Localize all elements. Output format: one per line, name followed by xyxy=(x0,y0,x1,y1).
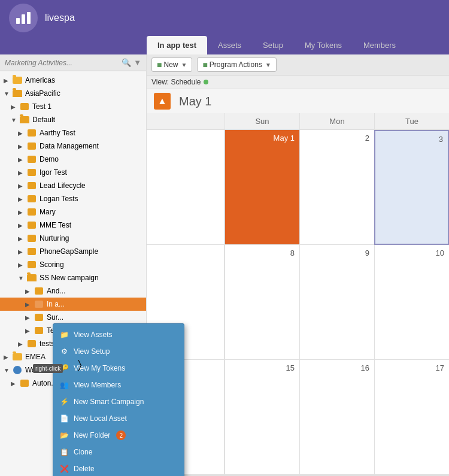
tree-item-sur[interactable]: ▶ Sur... xyxy=(0,311,146,324)
context-item-view-assets[interactable]: 📁 View Assets xyxy=(53,326,184,343)
cal-date: 16 xyxy=(302,362,372,374)
context-item-view-members[interactable]: 👥 View Members xyxy=(53,377,184,393)
expand-icon: ▶ xyxy=(11,380,19,387)
tree-item-ss-new[interactable]: ▼ SS New campaign xyxy=(0,271,146,284)
context-label: View My Tokens xyxy=(74,364,125,372)
program-actions-label: Program Actions xyxy=(210,60,262,69)
view-label-bar: View: Schedule xyxy=(147,75,449,89)
folder-open-icon xyxy=(26,273,37,283)
week-label-1 xyxy=(147,130,224,245)
cal-header-sun: Sun xyxy=(224,113,299,129)
cal-cell-8[interactable]: 8 xyxy=(224,245,299,360)
tree-item-scoring[interactable]: ▶ Scoring xyxy=(0,258,146,271)
dropdown-arrow-icon[interactable]: ▼ xyxy=(134,58,141,67)
cal-cell-17[interactable]: 17 xyxy=(374,360,449,475)
search-icons: 🔍 ▼ xyxy=(122,58,141,67)
app-logo[interactable] xyxy=(9,4,38,32)
tab-members[interactable]: Members xyxy=(353,36,406,54)
cal-cell-2[interactable]: 2 xyxy=(299,130,374,245)
context-item-new-smart[interactable]: ⚡ New Smart Campaign xyxy=(53,393,184,410)
tab-my-tokens[interactable]: My Tokens xyxy=(294,36,353,54)
tree-item-demo[interactable]: ▶ Demo xyxy=(0,153,146,166)
cal-cell-may1[interactable]: May 1 xyxy=(224,130,299,245)
folder-icon xyxy=(12,352,23,362)
context-item-view-tokens[interactable]: 🔑 View My Tokens xyxy=(53,360,184,377)
expand-icon: ▶ xyxy=(18,196,26,202)
search-input[interactable] xyxy=(5,59,122,67)
actions-icon: ■ xyxy=(202,60,207,69)
campaign-icon xyxy=(19,102,30,111)
tree-item-igor[interactable]: ▶ Igor Test xyxy=(0,166,146,179)
expand-icon: ▼ xyxy=(18,275,26,281)
tree-label: And... xyxy=(47,287,65,295)
tab-bar: In app test Assets Setup My Tokens Membe… xyxy=(0,36,449,54)
expand-icon: ▼ xyxy=(4,367,12,374)
context-label: New Folder xyxy=(74,431,110,439)
tree-item-americas[interactable]: ▶ Americas xyxy=(0,74,146,87)
calendar-month: May 1 xyxy=(179,95,211,108)
cal-cell-15[interactable]: 15 xyxy=(224,360,299,475)
cal-date: 17 xyxy=(377,362,447,374)
context-menu: 📁 View Assets ⚙ View Setup 🔑 View My Tok… xyxy=(53,323,184,476)
right-click-badge: right-click xyxy=(33,364,63,373)
actions-dropdown-icon: ▼ xyxy=(265,62,271,68)
tree-item-lead[interactable]: ▶ Lead Lifecycle xyxy=(0,179,146,192)
campaign-icon xyxy=(26,168,37,177)
calendar-body: May 1 2 3 8 9 10 xyxy=(147,130,449,475)
tree-label: Aarthy Test xyxy=(40,129,75,137)
campaign-icon xyxy=(34,299,44,309)
tree-item-and[interactable]: ▶ And... xyxy=(0,284,146,298)
program-actions-button[interactable]: ■ Program Actions ▼ xyxy=(197,57,276,72)
cal-cell-3[interactable]: 3 xyxy=(374,130,449,245)
campaign-icon xyxy=(26,234,37,243)
cal-date: 10 xyxy=(377,247,447,259)
context-item-clone[interactable]: 📋 Clone xyxy=(53,444,184,460)
cal-cell-9[interactable]: 9 xyxy=(299,245,374,360)
tree-item-asiapacific[interactable]: ▼ AsiaPacific xyxy=(0,87,146,100)
context-label: View Assets xyxy=(74,331,112,339)
tree-item-default[interactable]: ▼ Default xyxy=(0,113,146,126)
tab-assets[interactable]: Assets xyxy=(207,36,252,54)
new-button[interactable]: ■ New ▼ xyxy=(151,57,192,72)
tree-item-in-a[interactable]: ▶ In a... xyxy=(0,298,146,311)
tree-item-data-mgmt[interactable]: ▶ Data Management xyxy=(0,140,146,153)
context-item-delete[interactable]: ❌ Delete xyxy=(53,460,184,476)
tree-label: In a... xyxy=(47,300,65,308)
tree-label: Sur... xyxy=(47,313,63,322)
context-label: View Setup xyxy=(74,347,110,356)
campaign-icon xyxy=(19,378,30,388)
tree-label: Demo xyxy=(40,155,59,163)
tree-label: Mary xyxy=(40,208,56,216)
tree-item-test1[interactable]: ▶ Test 1 xyxy=(0,100,146,113)
tree-item-logan[interactable]: ▶ Logan Tests xyxy=(0,192,146,205)
expand-icon: ▶ xyxy=(18,209,26,216)
new-dropdown-icon: ▼ xyxy=(181,62,187,68)
campaign-icon xyxy=(26,220,37,230)
campaign-icon xyxy=(26,181,37,190)
cal-up-button[interactable]: ▲ xyxy=(154,93,171,110)
tree-item-phonegap[interactable]: ▶ PhoneGapSample xyxy=(0,245,146,258)
context-item-new-folder[interactable]: 📂 New Folder 2 xyxy=(53,427,184,444)
tree-item-mme[interactable]: ▶ MME Test xyxy=(0,219,146,232)
sidebar-search-bar[interactable]: 🔍 ▼ xyxy=(0,54,146,71)
context-item-new-local[interactable]: 📄 New Local Asset xyxy=(53,410,184,427)
cal-date: 2 xyxy=(302,132,372,144)
view-label-text: View: Schedule xyxy=(151,78,201,86)
tree-label: PhoneGapSample xyxy=(40,247,98,256)
magnify-icon[interactable]: 🔍 xyxy=(122,58,131,67)
cal-cell-16[interactable]: 16 xyxy=(299,360,374,475)
app-header: livespa xyxy=(0,0,449,36)
cal-cell-10[interactable]: 10 xyxy=(374,245,449,360)
context-label: New Smart Campaign xyxy=(74,398,144,406)
context-item-view-setup[interactable]: ⚙ View Setup xyxy=(53,343,184,360)
tab-setup[interactable]: Setup xyxy=(252,36,294,54)
tree-item-mary[interactable]: ▶ Mary xyxy=(0,205,146,219)
folder-open-icon xyxy=(19,115,30,125)
tree-item-nurturing[interactable]: ▶ Nurturing xyxy=(0,232,146,245)
campaign-icon xyxy=(26,154,37,164)
tree-item-aarthy[interactable]: ▶ Aarthy Test xyxy=(0,126,146,140)
tab-in-app-test[interactable]: In app test xyxy=(147,36,207,54)
campaign-icon xyxy=(34,286,44,296)
expand-icon: ▶ xyxy=(25,288,34,295)
context-label: View Members xyxy=(74,381,121,389)
